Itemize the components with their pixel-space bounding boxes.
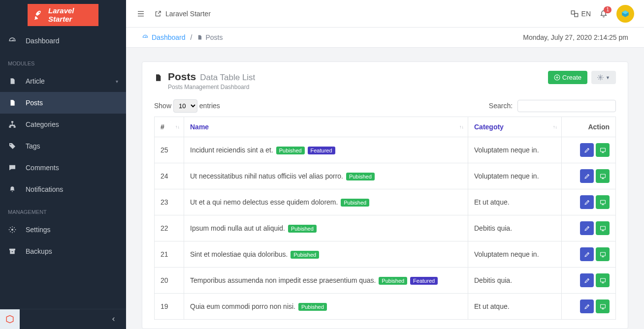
svg-rect-19 bbox=[600, 278, 605, 282]
sidebar-item-categories[interactable]: Categories bbox=[0, 114, 126, 135]
search-input[interactable] bbox=[517, 100, 616, 112]
tags-icon bbox=[8, 142, 17, 150]
table-row: 23Ut et a qui nemo delectus esse quidem … bbox=[155, 189, 616, 215]
cell-name: Temporibus assumenda non impedit esse pr… bbox=[184, 268, 468, 294]
cell-name: Ipsum modi nulla aut ut aliquid. Pubishe… bbox=[184, 215, 468, 241]
row-edit-button[interactable] bbox=[580, 169, 594, 183]
svg-point-4 bbox=[11, 229, 13, 231]
breadcrumb-root[interactable]: Dashboard bbox=[142, 33, 186, 41]
cell-name: Ut necessitatibus nihil natus officiis v… bbox=[184, 163, 468, 189]
svg-rect-7 bbox=[12, 251, 13, 252]
svg-point-13 bbox=[600, 77, 601, 78]
create-button[interactable]: Create bbox=[548, 71, 587, 84]
cell-action bbox=[562, 294, 616, 320]
cell-action bbox=[562, 241, 616, 268]
nav-label: Comments bbox=[26, 164, 59, 172]
row-edit-button[interactable] bbox=[580, 195, 594, 209]
svg-rect-2 bbox=[14, 126, 16, 127]
col-name[interactable]: Name ↑↓ bbox=[184, 117, 468, 137]
table-row: 20Temporibus assumenda non impedit esse … bbox=[155, 268, 616, 294]
entries-select[interactable]: 10 bbox=[173, 99, 197, 113]
row-view-button[interactable] bbox=[596, 143, 610, 157]
cell-id: 20 bbox=[155, 268, 184, 294]
avatar[interactable] bbox=[616, 5, 634, 23]
brand-logo[interactable]: Laravel Starter bbox=[28, 4, 98, 26]
footer-logo-tile[interactable] bbox=[0, 309, 20, 329]
app-external-link[interactable]: Laravel Starter bbox=[155, 10, 211, 18]
row-edit-button[interactable] bbox=[580, 247, 594, 261]
status-badge-published: Pubished bbox=[346, 173, 375, 180]
bell-icon bbox=[8, 185, 17, 193]
svg-rect-0 bbox=[11, 121, 13, 122]
row-view-button[interactable] bbox=[596, 273, 610, 287]
nav-label: Settings bbox=[26, 226, 51, 234]
sidebar-item-backups[interactable]: Backups bbox=[0, 240, 126, 262]
nav-label: Tags bbox=[26, 142, 40, 150]
row-edit-button[interactable] bbox=[580, 273, 594, 287]
plus-circle-icon bbox=[554, 74, 560, 81]
table-row: 21Sint et molestiae quia doloribus. Pubi… bbox=[155, 241, 616, 268]
sidebar-item-article[interactable]: Article ▾ bbox=[0, 70, 126, 92]
svg-rect-20 bbox=[600, 304, 605, 308]
svg-rect-16 bbox=[600, 200, 605, 204]
row-view-button[interactable] bbox=[596, 299, 610, 313]
row-view-button[interactable] bbox=[596, 169, 610, 183]
svg-rect-1 bbox=[9, 126, 11, 127]
row-edit-button[interactable] bbox=[580, 221, 594, 235]
language-switcher[interactable]: EN bbox=[571, 10, 591, 18]
comment-icon bbox=[8, 164, 17, 172]
sidebar-item-dashboard[interactable]: Dashboard bbox=[0, 30, 126, 52]
cell-category: Voluptatem neque in. bbox=[468, 163, 562, 189]
translate-icon bbox=[571, 10, 579, 18]
nav-label: Article bbox=[26, 77, 45, 85]
cell-name: Sint et molestiae quia doloribus. Pubish… bbox=[184, 241, 468, 268]
breadcrumb: Dashboard / Posts bbox=[142, 33, 223, 41]
svg-rect-5 bbox=[9, 249, 15, 250]
sidebar: Laravel Starter Dashboard MODULES Articl… bbox=[0, 0, 126, 329]
posts-card: Posts Data Table List Posts Management D… bbox=[142, 61, 628, 329]
status-badge-published: Pubished bbox=[288, 225, 317, 233]
hamburger-icon[interactable] bbox=[136, 10, 146, 18]
col-action: Action bbox=[562, 117, 616, 137]
status-badge-featured: Featured bbox=[308, 147, 335, 154]
notifications-button[interactable]: 1 bbox=[600, 9, 608, 18]
sidebar-item-tags[interactable]: Tags bbox=[0, 135, 126, 157]
cell-id: 21 bbox=[155, 241, 184, 268]
gears-icon bbox=[8, 226, 17, 234]
status-badge-published: Pubished bbox=[379, 277, 407, 285]
nav-label: Posts bbox=[26, 99, 43, 107]
file-icon bbox=[197, 34, 202, 41]
chevron-left-icon bbox=[111, 316, 116, 323]
sidebar-item-comments[interactable]: Comments bbox=[0, 157, 126, 179]
breadcrumb-sep: / bbox=[191, 33, 193, 41]
row-edit-button[interactable] bbox=[580, 143, 594, 157]
collapse-sidebar-button[interactable] bbox=[20, 309, 126, 329]
breadcrumb-current: Posts bbox=[197, 33, 223, 41]
col-category[interactable]: Categoty ↑↓ bbox=[468, 117, 562, 137]
sidebar-item-notifications[interactable]: Notifications bbox=[0, 179, 126, 200]
col-id[interactable]: # ↑↓ bbox=[155, 117, 184, 137]
status-badge-published: Pubished bbox=[276, 147, 305, 154]
svg-rect-8 bbox=[571, 11, 575, 14]
cell-category: Debitis quia. bbox=[468, 215, 562, 241]
cell-name: Ut et a qui nemo delectus esse quidem do… bbox=[184, 189, 468, 215]
cell-action bbox=[562, 215, 616, 241]
cell-action bbox=[562, 268, 616, 294]
sidebar-item-posts[interactable]: Posts bbox=[0, 92, 126, 114]
external-link-icon bbox=[155, 10, 161, 17]
page-subtitle: Data Table List bbox=[200, 73, 255, 83]
row-view-button[interactable] bbox=[596, 221, 610, 235]
svg-rect-6 bbox=[10, 250, 14, 254]
row-view-button[interactable] bbox=[596, 195, 610, 209]
sort-arrows-icon: ↑↓ bbox=[175, 125, 180, 128]
speedometer-icon bbox=[8, 37, 17, 45]
status-badge-featured: Featured bbox=[410, 277, 438, 285]
row-view-button[interactable] bbox=[596, 247, 610, 261]
row-edit-button[interactable] bbox=[580, 299, 594, 313]
settings-dropdown-button[interactable]: ▼ bbox=[591, 71, 616, 84]
caret-down-icon: ▼ bbox=[606, 75, 610, 80]
file-icon bbox=[154, 73, 162, 83]
cell-action bbox=[562, 137, 616, 163]
table-row: 22Ipsum modi nulla aut ut aliquid. Pubis… bbox=[155, 215, 616, 241]
sidebar-item-settings[interactable]: Settings bbox=[0, 219, 126, 240]
